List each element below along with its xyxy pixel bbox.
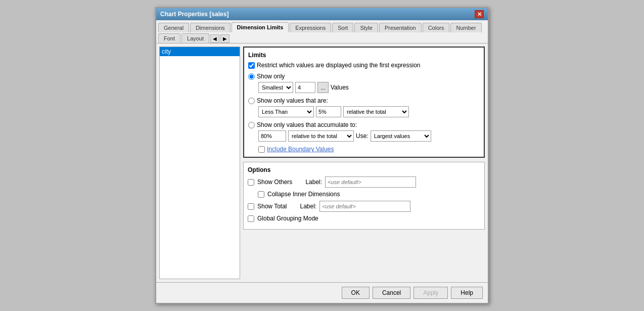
right-panel: Limits Restrict which values are display… [243, 47, 485, 279]
show-only-section: Show only Smallest Largest ... Values [248, 73, 480, 93]
accumulate-value-input[interactable] [258, 130, 286, 142]
show-total-label: Show Total [257, 203, 287, 210]
collapse-inner-label: Collapse Inner Dimensions [267, 191, 340, 198]
title-bar: Chart Properties [sales] ✕ [156, 8, 488, 20]
dots-button[interactable]: ... [317, 82, 329, 93]
tabs-bar: General Dimensions Dimension Limits Expr… [156, 20, 488, 43]
show-others-row: Show Others Label: [248, 176, 480, 188]
use-label: Use: [356, 132, 369, 140]
tab-expressions[interactable]: Expressions [290, 23, 331, 32]
show-others-label-input[interactable] [325, 176, 416, 188]
options-title: Options [248, 166, 480, 173]
tab-sort[interactable]: Sort [332, 23, 353, 32]
accumulate-section: Show only values that accumulate to: rel… [248, 121, 480, 142]
accumulate-label: Show only values that accumulate to: [257, 121, 357, 128]
accumulate-radio-row: Show only values that accumulate to: [248, 121, 480, 128]
show-values-radio-row: Show only values that are: [248, 97, 480, 104]
show-values-controls: Less Than Greater Than relative the tota… [258, 106, 480, 117]
show-only-controls: Smallest Largest ... Values [258, 82, 480, 93]
tab-next-button[interactable]: ▶ [220, 34, 229, 43]
footer-bar: OK Cancel Apply Help [156, 282, 488, 303]
tab-dimensions[interactable]: Dimensions [190, 23, 230, 32]
help-button[interactable]: Help [451, 287, 483, 299]
tab-number[interactable]: Number [450, 23, 481, 32]
global-grouping-row: Global Grouping Mode [248, 215, 480, 222]
less-than-dropdown[interactable]: Less Than Greater Than [258, 106, 314, 117]
ok-button[interactable]: OK [342, 287, 370, 299]
show-total-label-input[interactable] [319, 201, 410, 212]
global-grouping-label: Global Grouping Mode [257, 215, 318, 222]
largest-values-dropdown[interactable]: Largest values Smallest values [371, 130, 431, 142]
show-values-radio[interactable] [248, 98, 255, 104]
values-label: Values [331, 84, 349, 91]
show-others-label-text: Label: [305, 179, 322, 186]
show-only-label: Show only [257, 73, 285, 80]
collapse-inner-checkbox[interactable] [258, 191, 264, 198]
show-only-radio-row: Show only [248, 73, 480, 80]
options-box: Options Show Others Label: Collapse Inne… [243, 162, 485, 230]
tab-font[interactable]: Font [158, 33, 180, 43]
limits-box: Limits Restrict which values are display… [243, 47, 485, 158]
show-others-label: Show Others [257, 179, 292, 186]
restrict-checkbox[interactable] [248, 62, 255, 69]
tab-style[interactable]: Style [354, 23, 378, 32]
relative-total-dropdown[interactable]: relative the total relative total absolu… [343, 106, 409, 117]
include-label: Include Boundary Values [267, 146, 334, 153]
include-checkbox[interactable] [258, 146, 265, 153]
apply-button[interactable]: Apply [413, 287, 448, 299]
show-values-label: Show only values that are: [257, 97, 328, 104]
include-row: Include Boundary Values [258, 146, 480, 153]
limits-title: Limits [248, 52, 480, 59]
percent-input[interactable] [316, 106, 341, 117]
global-grouping-checkbox[interactable] [248, 215, 254, 222]
restrict-label: Restrict which values are displayed usin… [257, 62, 420, 69]
accumulate-dropdown[interactable]: relative to the total absolute [288, 130, 354, 142]
value-count-input[interactable] [295, 82, 315, 93]
tab-prev-button[interactable]: ◀ [210, 34, 219, 43]
show-total-row: Show Total Label: [248, 201, 480, 212]
accumulate-controls: relative to the total absolute Use: Larg… [258, 130, 480, 142]
cancel-button[interactable]: Cancel [373, 287, 410, 299]
show-total-label-text: Label: [300, 203, 316, 210]
show-others-checkbox[interactable] [248, 179, 254, 186]
tab-presentation[interactable]: Presentation [379, 23, 422, 32]
tab-dimension-limits[interactable]: Dimension Limits [232, 22, 289, 32]
show-values-section: Show only values that are: Less Than Gre… [248, 97, 480, 117]
main-window: Chart Properties [sales] ✕ General Dimen… [155, 7, 489, 304]
tab-general[interactable]: General [158, 23, 189, 32]
list-item-city[interactable]: city [160, 47, 240, 56]
tab-layout[interactable]: Layout [181, 33, 209, 43]
collapse-inner-row: Collapse Inner Dimensions [258, 191, 480, 198]
close-button[interactable]: ✕ [475, 10, 484, 18]
smallest-dropdown[interactable]: Smallest Largest [258, 82, 293, 93]
content-area: city Limits Restrict which values are di… [156, 43, 488, 282]
restrict-row: Restrict which values are displayed usin… [248, 62, 480, 69]
accumulate-radio[interactable] [248, 122, 255, 128]
dimension-list: city [159, 47, 240, 279]
show-only-radio[interactable] [248, 73, 255, 80]
window-title: Chart Properties [sales] [160, 11, 228, 18]
show-total-checkbox[interactable] [248, 203, 254, 210]
tab-colors[interactable]: Colors [423, 23, 450, 32]
